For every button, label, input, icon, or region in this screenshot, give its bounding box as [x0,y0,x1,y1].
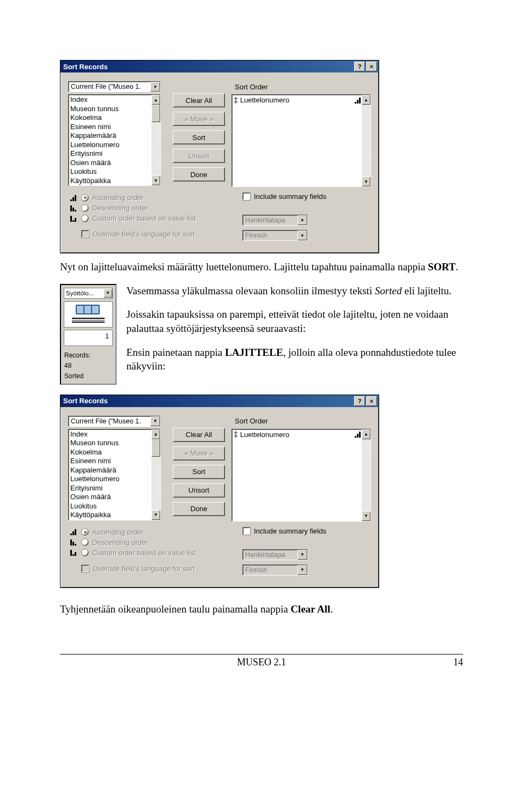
include-summary-option[interactable]: Include summary fields [238,527,371,535]
checkbox[interactable] [242,192,251,201]
clear-all-button[interactable]: Clear All [173,93,225,107]
scrollbar[interactable]: ▲ ▼ [151,95,160,185]
paragraph-1: Nyt on lajitteluavaimeksi määrätty luett… [60,260,463,274]
radio[interactable] [81,538,89,546]
source-combo[interactable]: Current File ("Museo 1. ▼ [68,416,161,427]
override-option[interactable]: Override field's language for sort [68,229,238,239]
sort-order-item[interactable]: ‡ Luettelonumero [234,430,362,439]
scroll-down-icon[interactable]: ▼ [362,177,370,186]
custom-option[interactable]: Custom order based on value list [68,548,238,558]
move-button[interactable]: » Move » [173,112,225,126]
source-combo[interactable]: Current File ("Museo 1. ▼ [68,81,161,92]
list-item[interactable]: Luettelonumero [70,141,151,150]
scroll-up-icon[interactable]: ▲ [362,95,370,105]
checkbox[interactable] [81,565,89,573]
help-button[interactable]: ? [354,62,365,71]
unsort-button[interactable]: Unsort [173,483,225,498]
radio[interactable] [81,528,89,536]
scroll-down-icon[interactable]: ▼ [151,510,160,520]
radio[interactable] [81,549,89,556]
list-item[interactable]: Esineen nimi [70,123,151,132]
sort-order-listbox[interactable]: ‡ Luettelonumero ▲ ▼ [232,429,371,522]
paragraph-5: Tyhjennetään oikeanpuoleinen taulu paina… [60,602,463,616]
scroll-up-icon[interactable]: ▲ [151,429,160,439]
list-item[interactable]: Index [70,430,151,439]
ascending-icon [355,97,361,104]
sort-button[interactable]: Sort [173,465,225,479]
list-item[interactable]: Esineen nimi [70,457,151,466]
scroll-down-icon[interactable]: ▼ [362,511,370,521]
close-button[interactable]: × [366,62,377,71]
ascending-option[interactable]: Ascending order [68,527,238,537]
custom-option[interactable]: Custom order based on value list [68,213,238,223]
radio[interactable] [81,204,89,212]
unsort-button[interactable]: Unsort [173,149,225,163]
list-item[interactable]: Käyttöpaikka [70,177,151,186]
list-item[interactable]: Index [70,95,151,105]
list-item[interactable]: Kappalemäärä [70,131,151,141]
window-title: Sort Records [62,63,353,71]
list-item[interactable]: Luokitus [70,167,151,177]
scrollbar[interactable]: ▲ ▼ [151,429,160,520]
page-number: 14 [453,657,463,668]
list-item[interactable]: Käyttöpaikka [70,511,151,520]
valuelist-combo: Hankintatapa ▼ [242,549,308,560]
done-button[interactable]: Done [173,167,225,181]
include-summary-option[interactable]: Include summary fields [238,192,371,201]
language-combo: Finnish ▼ [242,230,308,241]
book-icon[interactable] [64,301,113,328]
scroll-up-icon[interactable]: ▲ [362,429,370,439]
scroll-up-icon[interactable]: ▲ [151,95,160,105]
list-item[interactable]: Museon tunnus [70,439,151,448]
scrollbar[interactable]: ▲ ▼ [362,429,370,521]
move-button[interactable]: » Move » [173,446,225,460]
sort-status: Sorted [61,371,115,384]
descending-option[interactable]: Descending order [68,537,238,548]
fields-listbox[interactable]: Index Museon tunnus Kokoelma Esineen nim… [68,94,161,186]
records-count: 48 [61,361,115,371]
titlebar: Sort Records ? × [60,395,379,407]
list-item[interactable]: Osien määrä [70,493,151,502]
clear-all-button[interactable]: Clear All [173,428,225,442]
list-item[interactable]: Erityisnimi [70,484,151,493]
descending-option[interactable]: Descending order [68,203,238,213]
list-item[interactable]: Kokoelma [70,448,151,457]
scroll-down-icon[interactable]: ▼ [151,175,160,185]
page-footer: MUSEO 2.1 14 [60,654,463,668]
chevron-down-icon[interactable]: ▼ [150,82,160,92]
checkbox[interactable] [81,230,89,238]
list-item[interactable]: Luokitus [70,502,151,511]
done-button[interactable]: Done [173,502,225,516]
chevron-down-icon[interactable]: ▼ [104,289,112,298]
sort-order-listbox[interactable]: ‡ Luettelonumero ▲ ▼ [232,94,371,187]
footer-title: MUSEO 2.1 [237,657,286,668]
updown-icon: ‡ [234,431,238,438]
list-item[interactable]: Erityisnimi [70,149,151,159]
sort-order-item[interactable]: ‡ Luettelonumero [234,95,362,105]
side-panel: Syöttölo... ▼ 1 Records: 48 Sorted [60,284,117,385]
chevron-down-icon[interactable]: ▼ [150,416,160,426]
radio[interactable] [81,194,89,202]
override-option[interactable]: Override field's language for sort [68,563,238,574]
list-item[interactable]: Kappalemäärä [70,466,151,475]
list-item[interactable]: Luettelonumero [70,475,151,484]
chevron-down-icon: ▼ [297,231,307,240]
ascending-icon [355,431,361,438]
valuelist-combo: Hankintatapa ▼ [242,215,308,226]
descending-icon [70,205,78,211]
fields-listbox[interactable]: Index Museon tunnus Kokoelma Esineen nim… [68,429,161,520]
page-number: 1 [64,330,113,346]
sort-button[interactable]: Sort [173,130,225,144]
ascending-option[interactable]: Ascending order [68,192,238,203]
list-item[interactable]: Museon tunnus [70,105,151,114]
radio[interactable] [81,215,89,222]
checkbox[interactable] [242,527,251,535]
help-button[interactable]: ? [354,396,365,406]
close-button[interactable]: × [366,396,377,406]
sort-records-dialog-2: Sort Records ? × Current File ("Museo 1.… [60,395,379,588]
mode-combo[interactable]: Syöttölo... ▼ [64,288,113,299]
list-item[interactable]: Osien määrä [70,159,151,168]
list-item[interactable]: Kokoelma [70,113,151,123]
scrollbar[interactable]: ▲ ▼ [362,95,370,186]
titlebar: Sort Records ? × [60,60,379,72]
